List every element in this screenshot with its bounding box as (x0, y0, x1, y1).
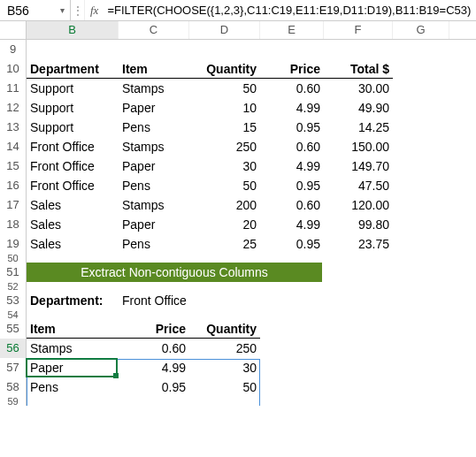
row-header[interactable]: 14 (0, 137, 27, 156)
cell[interactable] (260, 40, 324, 59)
cell[interactable]: 23.75 (324, 234, 393, 254)
criteria-label[interactable]: Department: (27, 291, 119, 310)
row-header[interactable]: 10 (0, 59, 27, 79)
cell[interactable] (393, 215, 449, 234)
criteria-value[interactable]: Front Office (119, 291, 189, 310)
cell[interactable] (393, 397, 449, 406)
cell[interactable] (189, 282, 260, 291)
cell[interactable] (27, 254, 119, 263)
cell[interactable] (393, 263, 449, 282)
cell[interactable] (260, 397, 324, 406)
cell[interactable] (393, 118, 449, 137)
cell[interactable]: 50 (189, 377, 260, 397)
cell[interactable] (27, 397, 119, 406)
cell-active[interactable]: Stamps (27, 339, 119, 358)
cell[interactable]: 0.95 (260, 234, 324, 254)
cell[interactable]: 10 (189, 98, 260, 118)
cell[interactable] (189, 310, 260, 319)
row-header[interactable]: 58 (0, 377, 27, 397)
cell[interactable]: 50 (189, 79, 260, 98)
cell[interactable]: 250 (189, 137, 260, 156)
cell[interactable]: 50 (189, 176, 260, 195)
cell[interactable] (393, 234, 449, 254)
cell[interactable] (324, 377, 393, 397)
cell[interactable] (27, 40, 119, 59)
cell[interactable]: Sales (27, 195, 119, 215)
cell[interactable] (324, 339, 393, 358)
row-header[interactable]: 18 (0, 215, 27, 234)
cell[interactable]: Pens (27, 377, 119, 397)
cell[interactable]: Paper (27, 358, 119, 377)
cell[interactable] (189, 291, 260, 310)
cell[interactable]: 20 (189, 215, 260, 234)
cell[interactable]: 0.60 (119, 339, 189, 358)
cell[interactable] (189, 254, 260, 263)
cell[interactable] (393, 59, 449, 79)
cell[interactable] (27, 310, 119, 319)
cell[interactable]: Stamps (119, 137, 189, 156)
cell[interactable] (260, 339, 324, 358)
cell[interactable]: 30.00 (324, 79, 393, 98)
cell[interactable] (393, 358, 449, 377)
cell[interactable]: Price (119, 319, 189, 339)
cell[interactable]: Item (119, 59, 189, 79)
cell[interactable]: Sales (27, 234, 119, 254)
cell[interactable] (393, 291, 449, 310)
cell[interactable]: Price (260, 59, 324, 79)
row-header[interactable]: 50 (0, 254, 27, 263)
cell[interactable]: 149.70 (324, 156, 393, 176)
col-header-F[interactable]: F (324, 21, 393, 39)
cell[interactable] (393, 377, 449, 397)
cell[interactable]: 0.60 (260, 195, 324, 215)
cell[interactable]: 4.99 (119, 358, 189, 377)
cell[interactable] (324, 291, 393, 310)
cell[interactable] (260, 291, 324, 310)
cell[interactable]: 25 (189, 234, 260, 254)
cell[interactable]: 0.60 (260, 79, 324, 98)
cell[interactable]: Total $ (324, 59, 393, 79)
cell[interactable]: Paper (119, 156, 189, 176)
cell[interactable]: 30 (189, 156, 260, 176)
chevron-down-icon[interactable]: ▾ (60, 5, 65, 15)
select-all-corner[interactable] (0, 21, 27, 39)
cell[interactable] (324, 397, 393, 406)
cell[interactable] (119, 254, 189, 263)
spreadsheet-grid[interactable]: B C D E F G 9 10 Department Item Quantit… (0, 21, 476, 406)
cell[interactable] (324, 254, 393, 263)
cell[interactable]: Item (27, 319, 119, 339)
cell[interactable]: 4.99 (260, 98, 324, 118)
cell[interactable]: Pens (119, 234, 189, 254)
cell[interactable]: 15 (189, 118, 260, 137)
cell[interactable]: Quantity (189, 319, 260, 339)
cell[interactable]: 0.95 (260, 118, 324, 137)
cell[interactable] (27, 282, 119, 291)
cell[interactable] (393, 339, 449, 358)
col-header-G[interactable]: G (393, 21, 449, 39)
cell[interactable]: Paper (119, 98, 189, 118)
row-header[interactable]: 16 (0, 176, 27, 195)
cell[interactable]: 0.60 (260, 137, 324, 156)
formula-input[interactable]: =FILTER(CHOOSE({1,2,3},C11:C19,E11:E19,D… (104, 4, 476, 17)
row-header[interactable]: 13 (0, 118, 27, 137)
cell[interactable]: 250 (189, 339, 260, 358)
row-header[interactable]: 57 (0, 358, 27, 377)
cell[interactable]: 47.50 (324, 176, 393, 195)
cell[interactable]: 120.00 (324, 195, 393, 215)
row-header[interactable]: 59 (0, 397, 27, 406)
col-header-B[interactable]: B (27, 21, 119, 39)
cell[interactable] (393, 319, 449, 339)
row-header[interactable]: 55 (0, 319, 27, 339)
cell[interactable]: 30 (189, 358, 260, 377)
cell[interactable]: Pens (119, 118, 189, 137)
fx-icon[interactable]: fx (85, 4, 104, 18)
cell[interactable]: 0.95 (119, 377, 189, 397)
cell[interactable] (260, 358, 324, 377)
cell[interactable] (189, 397, 260, 406)
cell[interactable] (119, 40, 189, 59)
cell[interactable] (119, 310, 189, 319)
cell[interactable]: 200 (189, 195, 260, 215)
cell[interactable] (393, 282, 449, 291)
cell[interactable]: Support (27, 79, 119, 98)
cell[interactable] (260, 282, 324, 291)
cell[interactable]: Pens (119, 176, 189, 195)
